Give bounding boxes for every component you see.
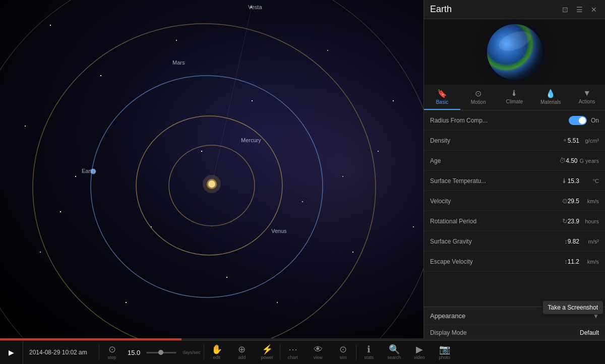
step-button[interactable]: ⊙ step <box>99 341 125 365</box>
stats-button[interactable]: ℹ stats <box>356 341 382 365</box>
tab-motion[interactable]: ⊙ Motion <box>460 85 497 110</box>
play-icon: ▶ <box>9 348 14 356</box>
svg-point-9 <box>91 169 96 174</box>
basic-tab-label: Basic <box>436 99 448 105</box>
velocity-icon: ⊙ <box>562 197 568 205</box>
rotational-period-unit: hours <box>581 218 599 224</box>
image-icon[interactable]: ⊡ <box>560 5 570 15</box>
svg-line-5 <box>212 5 252 186</box>
photo-icon: 📷 <box>439 345 450 354</box>
timestamp-display: 2014-08-29 10:02 am <box>23 349 99 356</box>
surface-gravity-unit: m/s² <box>581 238 599 245</box>
display-mode-label: Display Mode <box>430 329 580 336</box>
actions-tab-label: Actions <box>579 99 595 104</box>
svg-point-4 <box>0 0 424 340</box>
surface-gravity-value: 9.82 <box>568 238 579 245</box>
close-icon[interactable]: ✕ <box>589 5 599 15</box>
surface-temp-row: Surface Temperatu... 🌡 15.3 °C <box>424 171 605 191</box>
basic-tab-icon: 🔖 <box>437 89 447 98</box>
photo-button[interactable]: 📷 photo <box>432 341 457 365</box>
climate-tab-icon: 🌡 <box>510 89 518 98</box>
age-value: 4.50 <box>566 157 577 164</box>
radius-label: Radius From Comp... <box>430 117 569 124</box>
speed-value: 15.0 <box>128 349 140 356</box>
rotational-period-value: 23.9 <box>568 218 579 225</box>
orbital-svg <box>0 0 424 340</box>
radius-toggle[interactable] <box>569 116 587 125</box>
video-icon: ▶ <box>416 345 423 354</box>
velocity-value: 29.5 <box>568 198 579 205</box>
view-button[interactable]: 👁 view <box>306 341 331 365</box>
chart-button[interactable]: ⋯ chart <box>280 341 306 365</box>
view-icon: 👁 <box>314 345 323 354</box>
tab-basic[interactable]: 🔖 Basic <box>424 85 460 110</box>
chart-label: chart <box>288 355 298 360</box>
stats-label: stats <box>364 355 374 360</box>
velocity-row: Velocity ⊙ 29.5 km/s <box>424 191 605 211</box>
power-button[interactable]: ⚡ power <box>255 341 280 365</box>
search-label: search <box>387 355 401 360</box>
sim-label: sim <box>340 355 347 360</box>
rotational-period-label: Rotational Period <box>430 218 562 225</box>
svg-point-10 <box>250 6 252 8</box>
video-button[interactable]: ▶ video <box>407 341 432 365</box>
edit-button[interactable]: ✋ edit <box>204 341 229 365</box>
rotational-period-icon: ↻ <box>562 217 568 225</box>
search-button[interactable]: 🔍 search <box>382 341 407 365</box>
add-button[interactable]: ⊕ add <box>229 341 255 365</box>
speed-slider-wrap <box>143 350 179 355</box>
speed-slider-track[interactable] <box>146 352 176 353</box>
svg-point-8 <box>208 180 215 188</box>
display-mode-value: Default <box>580 329 599 336</box>
speed-slider-thumb[interactable] <box>158 350 163 355</box>
bottom-toolbar: ▶ 2014-08-29 10:02 am ⊙ step 15.0 days/s… <box>0 340 605 364</box>
sim-icon: ⊙ <box>339 345 347 354</box>
step-icon: ⊙ <box>108 345 116 354</box>
density-icon: ⚬ <box>562 137 568 144</box>
sim-button[interactable]: ⊙ sim <box>331 341 356 365</box>
speed-display: 15.0 <box>125 347 143 358</box>
actions-tab-icon: ▼ <box>583 89 591 98</box>
density-label: Density <box>430 137 562 144</box>
density-value: 5.51 <box>568 137 579 144</box>
tab-climate[interactable]: 🌡 Climate <box>497 85 533 110</box>
play-button[interactable]: ▶ <box>0 341 23 365</box>
panel-header: Earth ⊡ ☰ ✕ <box>424 0 605 19</box>
surface-temp-label: Surface Temperatu... <box>430 177 561 185</box>
escape-velocity-value: 11.2 <box>568 258 579 265</box>
chart-icon: ⋯ <box>288 345 297 354</box>
add-label: add <box>238 355 246 360</box>
density-label-text: Density <box>430 137 450 144</box>
view-label: view <box>314 355 323 360</box>
velocity-unit: km/s <box>581 198 599 204</box>
density-unit: g/cm³ <box>581 138 599 144</box>
space-viewport[interactable]: Vesta Mars Mercury Venus Earth <box>0 0 424 340</box>
materials-tab-icon: 💧 <box>546 89 556 98</box>
power-icon: ⚡ <box>262 345 273 354</box>
climate-tab-label: Climate <box>506 99 523 104</box>
escape-velocity-label: Escape Velocity <box>430 258 564 265</box>
list-icon[interactable]: ☰ <box>574 5 585 15</box>
radius-toggle-label: On <box>591 117 599 124</box>
radius-from-comp-row: Radius From Comp... On <box>424 110 605 131</box>
add-icon: ⊕ <box>238 345 246 354</box>
speed-unit-display: days/sec <box>179 348 204 357</box>
edit-label: edit <box>213 355 221 360</box>
rotational-period-row: Rotational Period ↻ 23.9 hours <box>424 211 605 231</box>
properties-list: Radius From Comp... On Density ⚬ 5.51 g/… <box>424 110 605 307</box>
power-label: power <box>261 355 274 360</box>
earth-sphere <box>487 24 542 80</box>
panel-title: Earth <box>430 4 452 15</box>
surface-temp-unit: °C <box>581 178 599 184</box>
tab-materials[interactable]: 💧 Materials <box>532 85 569 110</box>
screenshot-tooltip: Take a Screenshot <box>543 301 603 314</box>
surface-gravity-row: Surface Gravity ↕ 9.82 m/s² <box>424 231 605 252</box>
density-row: Density ⚬ 5.51 g/cm³ <box>424 131 605 151</box>
video-label: video <box>414 355 425 360</box>
tab-actions[interactable]: ▼ Actions <box>569 85 605 110</box>
velocity-label: Velocity <box>430 198 562 205</box>
stats-icon: ℹ <box>367 345 371 354</box>
earth-thumbnail <box>424 19 605 85</box>
materials-tab-label: Materials <box>540 99 561 105</box>
property-tabs: 🔖 Basic ⊙ Motion 🌡 Climate 💧 Materials ▼… <box>424 85 605 110</box>
